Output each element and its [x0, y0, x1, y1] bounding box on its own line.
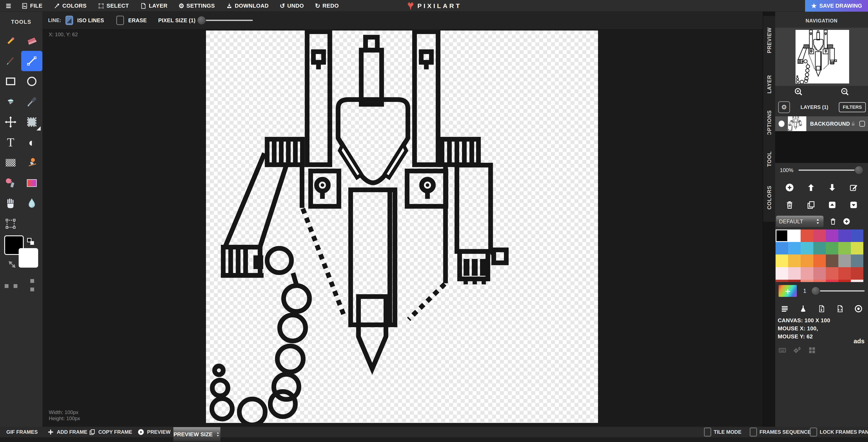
- add-palette-icon[interactable]: [843, 217, 850, 225]
- layer-select-checkbox[interactable]: [859, 121, 865, 127]
- palette-swatch[interactable]: [776, 242, 788, 254]
- tool-transform[interactable]: [0, 214, 21, 234]
- pixel-size-slider[interactable]: [200, 20, 253, 21]
- tool-ellipse[interactable]: [21, 71, 42, 92]
- copy-frame-button[interactable]: COPY FRAME: [89, 427, 132, 437]
- palette-swatch[interactable]: [826, 254, 838, 267]
- menu-item-download[interactable]: DOWNLOAD: [221, 0, 273, 12]
- palette-swatch[interactable]: [826, 229, 838, 242]
- tool-option-dot[interactable]: [13, 284, 18, 288]
- filters-button[interactable]: FILTERS: [839, 102, 866, 112]
- record-icon[interactable]: [854, 304, 863, 313]
- palette-swatch[interactable]: [813, 267, 826, 280]
- tool-pan[interactable]: [0, 193, 21, 214]
- delete-palette-icon[interactable]: [829, 217, 837, 225]
- move-layer-down-icon[interactable]: [827, 183, 837, 192]
- palette-swatch[interactable]: [838, 229, 851, 242]
- tool-eraser[interactable]: [21, 31, 42, 51]
- tool-spray[interactable]: [0, 173, 21, 193]
- palette-swatch[interactable]: [826, 280, 838, 282]
- tool-dither[interactable]: [0, 153, 21, 173]
- unlock-icon[interactable]: [850, 120, 856, 127]
- zoom-in-icon[interactable]: [794, 87, 803, 97]
- merge-up-icon[interactable]: [827, 200, 837, 210]
- merge-down-icon[interactable]: [849, 200, 859, 210]
- palette-swatch[interactable]: [788, 267, 801, 280]
- tile-mode-checkbox[interactable]: [704, 428, 711, 437]
- delete-layer-icon[interactable]: [785, 200, 795, 210]
- palette-swatch[interactable]: [813, 242, 826, 254]
- brush-size-slider-handle[interactable]: [811, 286, 820, 295]
- palette-swatch[interactable]: [801, 267, 813, 280]
- erase-checkbox[interactable]: [116, 16, 124, 25]
- palette-swatch[interactable]: [801, 229, 813, 242]
- tool-brush[interactable]: [0, 51, 21, 71]
- tool-option-dot[interactable]: [30, 279, 34, 283]
- menu-item-layer[interactable]: LAYER: [135, 0, 172, 12]
- palette-swatch[interactable]: [813, 280, 826, 282]
- tool-option-dot[interactable]: [5, 284, 8, 288]
- palette-swatch[interactable]: [776, 280, 788, 282]
- palette-swatch[interactable]: [776, 267, 788, 280]
- palette-swatch[interactable]: [826, 267, 838, 280]
- tool-shading[interactable]: ◐: [21, 132, 42, 153]
- resize-diagonal-icon[interactable]: [7, 259, 17, 269]
- code-file-icon[interactable]: [836, 304, 844, 313]
- preview-button[interactable]: PREVIEW: [137, 427, 170, 437]
- add-layer-icon[interactable]: [785, 183, 795, 192]
- secondary-color-swatch[interactable]: [19, 248, 38, 267]
- palette-swatch[interactable]: [801, 254, 813, 267]
- add-frame-button[interactable]: ADD FRAME: [47, 427, 87, 437]
- frames-sequence-toggle[interactable]: FRAMES SEQUENCE: [750, 427, 811, 437]
- menu-item-undo[interactable]: ↺UNDO: [275, 0, 309, 12]
- layer-settings-button[interactable]: ⚙: [778, 101, 790, 113]
- palette-swatch[interactable]: [851, 229, 863, 242]
- drawing-canvas[interactable]: [206, 31, 598, 423]
- tab-colors[interactable]: COLORS: [763, 173, 775, 222]
- save-drawing-button[interactable]: ★ SAVE DRAWING: [805, 0, 868, 12]
- palette-swatch[interactable]: [813, 229, 826, 242]
- layer-row[interactable]: BACKGROUND: [775, 116, 868, 131]
- palette-swatch[interactable]: [788, 254, 801, 267]
- menu-item-redo[interactable]: ↻REDO: [310, 0, 343, 12]
- palette-swatch[interactable]: [776, 229, 788, 242]
- tool-bucket[interactable]: [0, 92, 21, 112]
- tool-option-dot[interactable]: [30, 287, 34, 291]
- menu-item-file[interactable]: FILE: [17, 0, 47, 12]
- menu-item-settings[interactable]: ⚙SETTINGS: [174, 0, 219, 12]
- tab-preview[interactable]: PREVIEW: [763, 16, 775, 65]
- zoom-out-icon[interactable]: [840, 87, 850, 97]
- edit-layer-icon[interactable]: [849, 183, 859, 192]
- move-layer-up-icon[interactable]: [806, 183, 816, 192]
- tool-select[interactable]: [21, 112, 42, 132]
- lock-frames-panel-toggle[interactable]: LOCK FRAMES PANEL: [810, 427, 868, 437]
- duplicate-layer-icon[interactable]: [806, 200, 816, 210]
- menu-item-colors[interactable]: COLORS: [49, 0, 91, 12]
- palette-swatch[interactable]: [851, 267, 863, 280]
- flask-icon[interactable]: [799, 304, 808, 313]
- tool-gradient[interactable]: [21, 173, 42, 193]
- grid-icon[interactable]: [807, 346, 817, 355]
- palette-swatch[interactable]: [813, 254, 826, 267]
- hamburger-menu-button[interactable]: [2, 0, 15, 12]
- frames-sequence-checkbox[interactable]: [750, 428, 757, 437]
- palette-swatch[interactable]: [851, 254, 863, 267]
- layer-visibility-toggle[interactable]: [779, 121, 784, 127]
- palette-swatch[interactable]: [826, 242, 838, 254]
- tool-line[interactable]: [21, 51, 42, 71]
- tool-text[interactable]: T: [0, 132, 21, 153]
- swap-colors-icon[interactable]: [26, 237, 36, 246]
- tool-move[interactable]: [0, 112, 21, 132]
- palette-swatch[interactable]: [838, 242, 851, 254]
- palette-swatch[interactable]: [776, 254, 788, 267]
- list-icon[interactable]: [780, 304, 789, 313]
- palette-swatch[interactable]: [838, 267, 851, 280]
- palette-swatch[interactable]: [788, 280, 801, 282]
- iso-lines-checkbox[interactable]: ◢: [65, 16, 73, 25]
- palette-swatch[interactable]: [801, 242, 813, 254]
- palette-swatch[interactable]: [788, 229, 801, 242]
- tool-color-picker[interactable]: [21, 92, 42, 112]
- preview-size-dropdown[interactable]: PREVIEW SIZE: [173, 427, 220, 442]
- lock-frames-panel-checkbox[interactable]: [810, 428, 817, 437]
- menu-item-select[interactable]: SELECT: [93, 0, 134, 12]
